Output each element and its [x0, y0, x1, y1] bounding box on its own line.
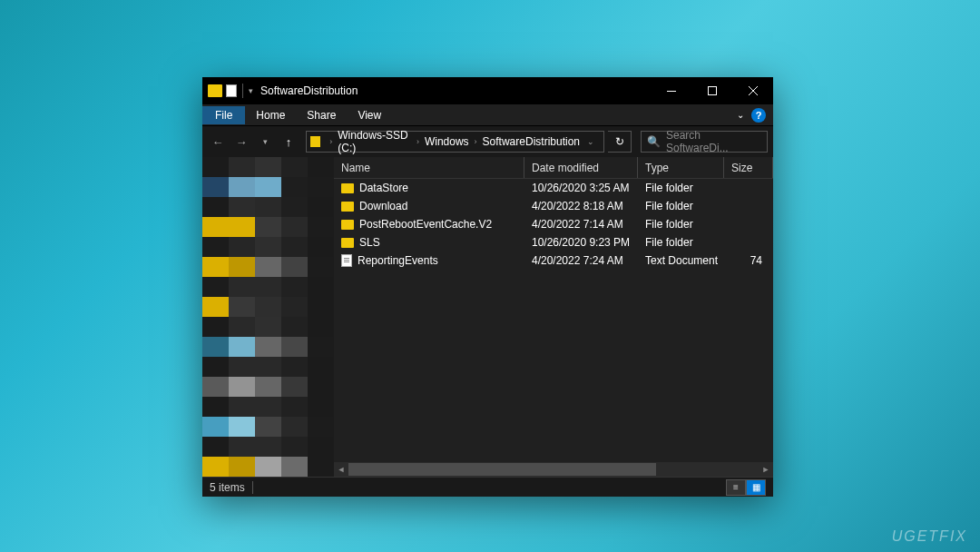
chevron-right-icon: ›: [471, 137, 481, 146]
tab-home[interactable]: Home: [245, 106, 296, 124]
svg-rect-1: [708, 87, 716, 95]
separator: [252, 481, 253, 494]
address-dropdown[interactable]: ⌄: [582, 137, 600, 146]
explorer-window: ▾ SoftwareDistribution File Home Share V…: [202, 77, 773, 497]
close-button[interactable]: [732, 77, 773, 104]
column-size[interactable]: Size: [724, 157, 773, 178]
file-menu[interactable]: File: [202, 106, 245, 124]
navigation-pane[interactable]: [202, 157, 334, 477]
file-date: 4/20/2022 8:18 AM: [524, 200, 638, 212]
scrollbar-thumb[interactable]: [348, 463, 656, 476]
column-name[interactable]: Name: [334, 157, 524, 178]
column-date[interactable]: Date modified: [524, 157, 638, 178]
quick-access-toolbar: ▾: [202, 84, 253, 98]
watermark: UGETFIX: [892, 528, 967, 545]
column-headers: Name Date modified Type Size: [334, 157, 773, 179]
file-type: File folder: [638, 182, 724, 194]
file-date: 10/26/2020 3:25 AM: [524, 182, 638, 194]
file-name: ReportingEvents: [358, 254, 438, 267]
search-input[interactable]: 🔍 Search SoftwareDi...: [641, 131, 768, 153]
status-bar: 5 items ≡ ▦: [202, 477, 773, 497]
tab-share[interactable]: Share: [296, 106, 347, 124]
minimize-icon: [667, 91, 676, 92]
recent-dropdown[interactable]: ▾: [255, 132, 275, 152]
chevron-right-icon: ›: [326, 137, 336, 146]
forward-button[interactable]: →: [231, 132, 251, 152]
maximize-icon: [708, 86, 717, 95]
breadcrumb-1[interactable]: Windows: [423, 135, 471, 148]
file-date: 10/26/2020 9:23 PM: [524, 236, 638, 249]
folder-icon: [310, 136, 320, 147]
folder-icon: [208, 84, 222, 97]
table-row[interactable]: SLS10/26/2020 9:23 PMFile folder: [334, 233, 773, 251]
address-bar[interactable]: › Windows-SSD (C:) › Windows › SoftwareD…: [306, 131, 604, 153]
file-date: 4/20/2022 7:24 AM: [524, 254, 638, 267]
page-icon: [226, 84, 237, 97]
minimize-button[interactable]: [651, 77, 691, 104]
file-size: 74: [724, 254, 773, 267]
table-row[interactable]: PostRebootEventCache.V24/20/2022 7:14 AM…: [334, 215, 773, 233]
search-icon: 🔍: [647, 135, 661, 148]
folder-icon: [341, 220, 354, 230]
file-name: DataStore: [359, 182, 408, 194]
file-date: 4/20/2022 7:14 AM: [524, 218, 638, 231]
file-type: Text Document: [638, 254, 724, 267]
chevron-right-icon: ›: [413, 137, 423, 146]
back-button[interactable]: ←: [208, 132, 228, 152]
file-icon: [341, 254, 352, 267]
breadcrumb-0[interactable]: Windows-SSD (C:): [336, 129, 413, 154]
table-row[interactable]: Download4/20/2022 8:18 AMFile folder: [334, 197, 773, 215]
refresh-button[interactable]: ↻: [608, 131, 632, 153]
up-button[interactable]: ↑: [279, 132, 299, 152]
down-caret-icon[interactable]: ▾: [249, 86, 253, 95]
file-rows: DataStore10/26/2020 3:25 AMFile folderDo…: [334, 179, 773, 462]
file-name: Download: [359, 200, 407, 212]
file-name: PostRebootEventCache.V2: [359, 218, 492, 231]
search-placeholder: Search SoftwareDi...: [666, 129, 761, 154]
folder-icon: [341, 202, 354, 212]
icons-view-button[interactable]: ▦: [746, 479, 766, 496]
chevron-down-icon[interactable]: ⌄: [737, 110, 744, 120]
column-type[interactable]: Type: [638, 157, 724, 178]
svg-rect-0: [667, 91, 676, 92]
file-type: File folder: [638, 218, 724, 231]
close-icon: [749, 86, 758, 95]
breadcrumb-2[interactable]: SoftwareDistribution: [481, 135, 582, 148]
maximize-button[interactable]: [691, 77, 732, 104]
help-icon[interactable]: ?: [751, 108, 766, 123]
file-name: SLS: [359, 236, 380, 249]
file-type: File folder: [638, 236, 724, 249]
table-row[interactable]: DataStore10/26/2020 3:25 AMFile folder: [334, 179, 773, 197]
navigation-bar: ← → ▾ ↑ › Windows-SSD (C:) › Windows › S…: [202, 126, 773, 157]
file-list-pane: Name Date modified Type Size DataStore10…: [334, 157, 773, 477]
folder-icon: [341, 238, 354, 248]
tab-view[interactable]: View: [347, 106, 392, 124]
horizontal-scrollbar[interactable]: ◄ ►: [334, 462, 773, 477]
separator: [242, 84, 243, 98]
table-row[interactable]: ReportingEvents4/20/2022 7:24 AMText Doc…: [334, 251, 773, 270]
folder-icon: [341, 183, 354, 193]
scroll-left-arrow[interactable]: ◄: [334, 462, 348, 477]
ribbon: File Home Share View ⌄ ?: [202, 104, 773, 126]
details-view-button[interactable]: ≡: [726, 479, 746, 496]
titlebar[interactable]: ▾ SoftwareDistribution: [202, 77, 773, 104]
window-title: SoftwareDistribution: [260, 84, 651, 97]
file-type: File folder: [638, 200, 724, 212]
item-count: 5 items: [210, 481, 245, 494]
scroll-right-arrow[interactable]: ►: [759, 462, 773, 477]
